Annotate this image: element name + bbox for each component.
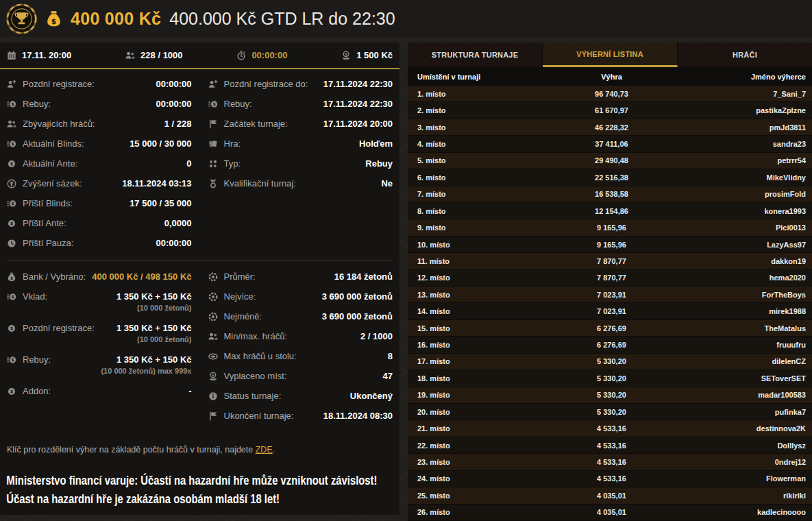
detail-row: $Rebuy:00:00:00 [7, 94, 192, 114]
detail-row: $Addon:- [7, 381, 192, 401]
summary-item: $1 500 Kč [341, 50, 393, 60]
detail-label: Vyplaceno míst: [224, 371, 287, 381]
detail-value: 17.11.2024 20:00 [323, 119, 393, 129]
detail-label: Zbývajících hráčů: [23, 119, 95, 129]
place-cell: 1. místo [408, 90, 547, 98]
prize-cell: 7 870,77 [547, 257, 676, 265]
place-cell: 25. místo [408, 492, 547, 500]
detail-row: Nejméně:3 690 000 žetonů [208, 306, 393, 326]
user-plus-icon [7, 80, 16, 89]
detail-label: Status turnaje: [224, 391, 282, 401]
detail-row: $Rebuy:17.11.2024 22:30 [208, 94, 393, 114]
detail-value: 00:00:00 [156, 238, 191, 248]
summary-value: 00:00:00 [251, 50, 287, 60]
warning-line-1: Ministerstvo financí varuje: Účastí na h… [6, 471, 411, 489]
table-row: 1. místo96 740,737_Sani_7 [408, 86, 812, 102]
detail-subvalue: (10 000 žetonů) [116, 303, 192, 313]
detail-label: Kvalifikační turnaj: [224, 178, 297, 189]
svg-text:$: $ [212, 373, 214, 377]
table-row: 10. místo9 165,96LazyAss97 [408, 237, 812, 253]
prize-cell: 96 740,73 [547, 90, 676, 98]
detail-label: Bank / Vybráno: [23, 271, 86, 282]
table-row: 26. místo4 035,01kadlecinoooo [408, 505, 812, 521]
svg-text:$: $ [212, 101, 215, 106]
prize-cell: 4 533,16 [547, 424, 676, 433]
winner-cell: prosimFold [676, 190, 812, 198]
prize-cell: 12 154,86 [547, 207, 676, 215]
table-row: 24. místo4 533,16Flowerman [408, 471, 812, 487]
detail-row: $Aktuální Ante:0 [7, 154, 192, 173]
place-cell: 2. místo [408, 106, 547, 114]
timer-icon [236, 51, 246, 60]
prize-cell: 9 165,96 [547, 241, 676, 249]
coin-icon: $ [7, 159, 16, 169]
place-cell: 15. místo [408, 324, 547, 332]
coins-icon: $ [7, 139, 16, 149]
prize-cell: 37 411,06 [547, 140, 676, 148]
detail-value: 17.11.2024 22:30 [323, 99, 393, 109]
coins-icon: $ [7, 199, 16, 208]
tab-struktura-turnaje[interactable]: STRUKTURA TURNAJE [408, 43, 543, 67]
details-column-left: Pozdní registrace:00:00:00$Rebuy:00:00:0… [7, 74, 192, 253]
detail-row: $Příští Blinds:17 500 / 35 000 [7, 193, 192, 213]
detail-row: Pozdní registrace do:17.11.2024 22:30 [208, 74, 393, 94]
svg-text:$: $ [11, 201, 14, 206]
detail-row: Příští Pauza:00:00:00 [7, 233, 192, 253]
summary-value: 228 / 1000 [140, 50, 182, 60]
table-row: 11. místo7 870,77dakkon19 [408, 253, 812, 269]
note-text: Klíč pro rozdělení výher na základě počt… [7, 445, 253, 455]
table-row: 4. místo37 411,06sandra23 [408, 136, 812, 152]
summary-item: 228 / 1000 [125, 50, 182, 60]
detail-label: Vklad: [23, 291, 47, 302]
place-cell: 22. místo [408, 441, 547, 450]
winner-cell: madar100583 [676, 391, 812, 399]
winner-cell: destinnova2K [676, 424, 812, 433]
place-cell: 20. místo [408, 408, 547, 416]
detail-value: 3 690 000 žetonů [322, 291, 393, 302]
detail-label: Rebuy: [224, 99, 252, 109]
detail-row: $Aktuální Blinds:15 000 / 30 000 [7, 134, 192, 154]
place-cell: 7. místo [408, 190, 547, 198]
winner-cell: petrrr54 [676, 156, 812, 165]
users-icon [125, 51, 135, 60]
detail-row: Pozdní registrace:00:00:00 [7, 74, 192, 94]
table-row: 14. místo7 023,91mirek1988 [408, 303, 812, 319]
zde-link[interactable]: ZDE [256, 445, 273, 455]
detail-value: 1 / 228 [164, 119, 192, 129]
tournament-details-panel: 17.11. 20:00228 / 100000:00:00$1 500 Kč … [0, 43, 399, 515]
prize-cell: 5 330,20 [547, 374, 676, 383]
detail-label: Pozdní registrace: [23, 79, 95, 89]
svg-text:$: $ [11, 141, 14, 146]
prize-cell: 7 023,91 [547, 307, 676, 315]
tournament-title: 400.000 Kč GTD LR do 22:30 [169, 9, 395, 29]
table-header: Umístění v turnaji Výhra Jméno výherce [408, 67, 812, 86]
table-row: 22. místo4 533,16Dolllysz [408, 437, 812, 454]
detail-label: Rebuy: [23, 99, 51, 109]
place-cell: 13. místo [408, 291, 547, 299]
tab-vyherni-listina[interactable]: VÝHERNÍ LISTINA [543, 43, 678, 67]
detail-row: $Bank / Vybráno:400 000 Kč / 498 150 Kč [7, 267, 192, 287]
detail-label: Začátek turnaje: [224, 119, 288, 129]
detail-label: Příští Ante: [23, 218, 66, 228]
prize-cell: 5 330,20 [547, 408, 676, 416]
svg-text:$: $ [11, 357, 14, 362]
place-cell: 8. místo [408, 207, 547, 215]
detail-value: 18.11.2024 08:30 [323, 411, 393, 421]
detail-row: Průměr:16 184 žetonů [208, 267, 393, 287]
winner-cell: Flowerman [676, 474, 812, 483]
tab-hraci[interactable]: HRÁČI [678, 43, 812, 67]
detail-value: Holďem [359, 138, 393, 149]
winner-cell: konera1993 [676, 207, 812, 215]
table-row: 17. místo5 330,20dilelenCZ [408, 354, 812, 370]
winner-cell: MikeVlidny [676, 173, 812, 182]
prize-cell: 22 516,38 [547, 173, 676, 182]
winner-cell: mirek1988 [676, 307, 812, 315]
detail-row: Zbývajících hráčů:1 / 228 [7, 114, 192, 134]
summary-value: 17.11. 20:00 [22, 50, 71, 60]
stats-column: Průměr:16 184 žetonůNejvíce:3 690 000 že… [208, 267, 393, 426]
detail-row: Ukončení turnaje:18.11.2024 08:30 [208, 406, 393, 426]
detail-label: Max hráčů u stolu: [224, 351, 297, 361]
prize-cell: 4 533,16 [547, 441, 676, 450]
detail-label: Pozdní registrace: [23, 323, 95, 333]
detail-value: 16 184 žetonů [334, 271, 393, 282]
